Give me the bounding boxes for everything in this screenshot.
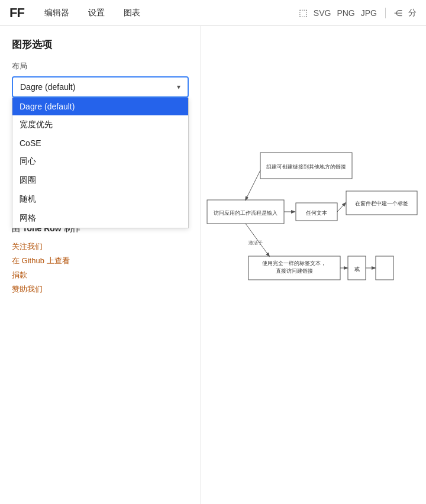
dropdown-item-cose[interactable]: CoSE: [12, 134, 188, 152]
layout-dropdown-wrapper: Dagre (default) ▾ Dagre (default) 宽度优先 C…: [12, 76, 189, 98]
tab-chart[interactable]: 图表: [115, 4, 149, 22]
svg-button[interactable]: SVG: [314, 8, 331, 18]
footer-link-follow[interactable]: 关注我们: [12, 241, 189, 252]
svg-text:激活于: 激活于: [248, 240, 263, 245]
tab-editor[interactable]: 编辑器: [36, 4, 78, 22]
share-icon[interactable]: ⋲: [394, 8, 402, 18]
topnav-tabs: 编辑器 设置 图表: [36, 4, 299, 22]
svg-rect-13: [376, 256, 393, 280]
layout-dropdown-menu: Dagre (default) 宽度优先 CoSE 同心 圆圈 随机 网格: [12, 98, 189, 228]
dropdown-item-concentric[interactable]: 同心: [12, 152, 188, 171]
main-content: 组建可创建链接到其他地方的链接 访问应用的工作流程是输入 任何文本 在窗件栏中建…: [201, 26, 426, 504]
graph-svg[interactable]: 组建可创建链接到其他地方的链接 访问应用的工作流程是输入 任何文本 在窗件栏中建…: [201, 26, 426, 504]
topnav: FF 编辑器 设置 图表 ⬚ SVG PNG JPG ⋲ 分: [0, 0, 426, 26]
export-icon[interactable]: ⬚: [299, 7, 308, 18]
dropdown-item-random[interactable]: 随机: [12, 190, 188, 209]
nav-divider: [385, 8, 386, 18]
layout-dropdown[interactable]: Dagre (default) ▾: [12, 76, 189, 98]
share-label[interactable]: 分: [408, 8, 417, 18]
footer-link-sponsor[interactable]: 赞助我们: [12, 284, 189, 295]
svg-text:直接访问建链接: 直接访问建链接: [276, 268, 313, 274]
layout-label: 布局: [12, 61, 189, 72]
footer-link-github[interactable]: 在 Github 上查看: [12, 256, 189, 266]
footer-link-donate[interactable]: 捐款: [12, 270, 189, 280]
jpg-button[interactable]: JPG: [361, 8, 377, 18]
svg-line-16: [337, 203, 346, 212]
svg-text:访问应用的工作流程是输入: 访问应用的工作流程是输入: [214, 210, 277, 216]
svg-text:组建可创建链接到其他地方的链接: 组建可创建链接到其他地方的链接: [266, 164, 346, 170]
dropdown-item-breadth[interactable]: 宽度优先: [12, 115, 188, 134]
dropdown-selected-label: Dagre (default): [20, 82, 75, 92]
svg-text:使用完全一样的标签文本，: 使用完全一样的标签文本，: [262, 260, 326, 266]
svg-text:任何文本: 任何文本: [305, 210, 327, 216]
png-button[interactable]: PNG: [337, 8, 354, 18]
tab-settings[interactable]: 设置: [80, 4, 113, 22]
dropdown-item-circle[interactable]: 圆圈: [12, 171, 188, 190]
svg-text:在窗件栏中建一个标签: 在窗件栏中建一个标签: [355, 201, 408, 206]
chevron-down-icon: ▾: [177, 83, 180, 91]
topnav-right: ⬚ SVG PNG JPG ⋲ 分: [299, 7, 417, 18]
dropdown-item-dagre[interactable]: Dagre (default): [12, 98, 188, 115]
graph-options-title: 图形选项: [12, 38, 189, 51]
svg-line-15: [246, 170, 260, 200]
dropdown-item-grid[interactable]: 网格: [12, 209, 188, 228]
sidebar: 图形选项 布局 Dagre (default) ▾ Dagre (default…: [0, 26, 201, 504]
logo: FF: [9, 5, 24, 21]
layout: 图形选项 布局 Dagre (default) ▾ Dagre (default…: [0, 26, 426, 504]
footer-links: 关注我们 在 Github 上查看 捐款 赞助我们: [12, 241, 189, 295]
svg-text:或: 或: [354, 266, 360, 272]
